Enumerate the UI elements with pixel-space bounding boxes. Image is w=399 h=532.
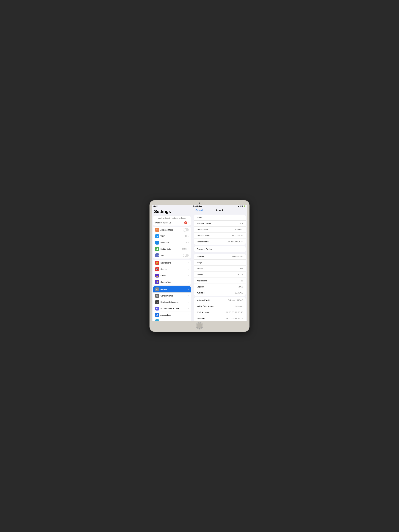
apple-id-section[interactable]: Apple ID, iCloud+, Media & Purchases iPa… <box>153 216 191 226</box>
modelnumber-value: MH172HC/A <box>232 234 243 237</box>
sidebar-item-notifications[interactable]: 🔔 Notifications › <box>153 260 191 266</box>
videos-row: Videos 364 <box>194 266 246 272</box>
apps-label: Applications <box>197 280 207 282</box>
bluetooth-info-value: 90:8D:6C:2F:EB:61 <box>226 317 243 319</box>
modelnumber-row: Model Number MH172HC/A <box>194 233 246 239</box>
capacity-row: Capacity 64 GB <box>194 284 246 290</box>
sounds-label: Sounds <box>160 268 188 270</box>
battery-percent: 43% <box>240 205 243 207</box>
accessibility-label: Accessibility <box>160 314 188 316</box>
photos-row: Photos 15.091 <box>194 272 246 278</box>
main-content: Settings Apple ID, iCloud+, Media & Purc… <box>152 207 247 321</box>
status-date: Thu 19. Sep <box>193 205 202 207</box>
wifiaddress-row: Wi-Fi Address 90:8D:6C:2F:EC:16 <box>194 309 246 315</box>
sidebar-item-mobiledata[interactable]: Mobile Data No SIM › <box>153 246 191 252</box>
homescreen-label: Home Screen & Dock <box>160 308 188 310</box>
network-row: Network Not Available <box>194 253 246 260</box>
ipad-frame: 12:35 Thu 19. Sep ▲ 43% 🔋 Settings Apple… <box>150 200 249 332</box>
airplane-label: Airplane Mode <box>160 229 183 231</box>
sidebar-item-focus[interactable]: 🌙 Focus › <box>153 272 191 279</box>
videos-value: 364 <box>240 268 243 270</box>
notifications-label: Notifications <box>160 262 188 264</box>
display-icon: AA <box>155 300 159 304</box>
backup-text: iPad Not Backed Up <box>155 222 171 224</box>
airplane-toggle[interactable] <box>183 228 189 231</box>
section-group-3: ⚙ General › ◉ Control Centre › AA Displa… <box>153 286 191 321</box>
photos-label: Photos <box>197 274 203 276</box>
sidebar-item-wallpaper[interactable]: ❋ Wallpaper › <box>153 318 191 321</box>
back-label: General <box>196 209 203 211</box>
songs-value: 0 <box>242 262 243 264</box>
software-row: Software Version 15.8 <box>194 221 246 227</box>
sidebar-item-sounds[interactable]: 🔊 Sounds › <box>153 266 191 272</box>
vpn-icon: VPN <box>155 253 159 257</box>
right-panel: ‹ General About Name › Software Version … <box>192 207 247 321</box>
focus-label: Focus <box>160 274 188 277</box>
vpn-label: VPN <box>160 254 183 256</box>
accessibility-chevron: › <box>188 314 189 316</box>
name-row[interactable]: Name › <box>194 215 246 221</box>
sidebar-item-display[interactable]: AA Display & Brightness › <box>153 299 191 305</box>
general-label: General <box>160 288 188 291</box>
coverage-chevron: › <box>243 248 243 250</box>
sidebar-item-vpn[interactable]: VPN VPN <box>153 252 191 259</box>
mobiledata-value: No SIM <box>181 248 187 250</box>
wallpaper-chevron: › <box>188 320 189 322</box>
wifi-value: KL <box>185 235 187 237</box>
serial-value: DMPNTEQ0G5YN <box>227 241 243 243</box>
back-chevron-icon: ‹ <box>195 209 196 211</box>
networkprovider-row: Network Provider Telekom HU 50.0 <box>194 297 246 303</box>
wallpaper-icon: ❋ <box>155 319 159 321</box>
sidebar-item-screentime[interactable]: ⏳ Screen Time › <box>153 279 191 285</box>
sidebar-item-accessibility[interactable]: ♿ Accessibility › <box>153 312 191 318</box>
coverage-row[interactable]: Coverage Expired › <box>194 246 246 252</box>
general-icon: ⚙ <box>155 287 159 291</box>
homescreen-chevron: › <box>188 308 189 310</box>
sidebar-item-wifi[interactable]: Wi-Fi KL › <box>153 233 191 239</box>
wifiaddress-label: Wi-Fi Address <box>197 311 209 313</box>
focus-icon: 🌙 <box>155 274 159 278</box>
capacity-value: 64 GB <box>238 286 243 288</box>
screen: 12:35 Thu 19. Sep ▲ 43% 🔋 Settings Apple… <box>152 205 247 321</box>
about-section-1: Name › Software Version 15.8 Model Name … <box>194 215 246 245</box>
about-section-2: Coverage Expired › <box>194 246 246 252</box>
mobiledatanumber-value: Unknown <box>235 305 243 307</box>
modelname-value: iPad Air 2 <box>235 228 243 231</box>
available-value: 39,46 GB <box>235 292 243 294</box>
songs-row: Songs 0 <box>194 260 246 266</box>
bluetooth-label: Bluetooth <box>160 241 185 244</box>
status-bar: 12:35 Thu 19. Sep ▲ 43% 🔋 <box>152 205 247 207</box>
controlcentre-chevron: › <box>188 295 189 297</box>
vpn-toggle[interactable] <box>183 254 189 257</box>
section-group-1: ✈ Airplane Mode Wi-Fi KL › <box>153 227 191 259</box>
sidebar-item-airplane[interactable]: ✈ Airplane Mode <box>153 227 191 233</box>
mobiledata-chevron: › <box>188 248 189 250</box>
wifiaddress-value: 90:8D:6C:2F:EC:16 <box>226 311 243 313</box>
about-section-4: Network Provider Telekom HU 50.0 Mobile … <box>194 297 246 321</box>
available-label: Available <box>197 292 204 294</box>
sidebar-item-bluetooth[interactable]: ᛒ Bluetooth On › <box>153 239 191 246</box>
capacity-label: Capacity <box>197 286 204 288</box>
sidebar-item-controlcentre[interactable]: ◉ Control Centre › <box>153 293 191 299</box>
wifi-setting-icon <box>155 234 159 238</box>
apps-row: Applications 35 <box>194 278 246 284</box>
backup-badge: 1 <box>184 221 187 224</box>
sidebar-item-homescreen[interactable]: ⊞ Home Screen & Dock › <box>153 305 191 312</box>
modelname-row: Model Name iPad Air 2 <box>194 227 246 233</box>
camera <box>199 203 200 204</box>
bluetooth-info-label: Bluetooth <box>197 317 205 319</box>
left-panel: Settings Apple ID, iCloud+, Media & Purc… <box>152 207 192 321</box>
apps-value: 35 <box>241 280 243 282</box>
sidebar-item-general[interactable]: ⚙ General › <box>153 286 191 293</box>
focus-chevron: › <box>188 274 189 277</box>
wifi-chevron: › <box>188 235 189 237</box>
general-chevron: › <box>188 288 189 290</box>
section-group-2: 🔔 Notifications › 🔊 Sounds › 🌙 Focus › <box>153 260 191 285</box>
back-button[interactable]: ‹ General <box>195 209 203 211</box>
right-header: ‹ General About <box>192 207 247 213</box>
display-chevron: › <box>188 301 189 303</box>
controlcentre-icon: ◉ <box>155 294 159 298</box>
home-button[interactable] <box>196 322 203 329</box>
notifications-icon: 🔔 <box>155 261 159 265</box>
apple-id-backup[interactable]: iPad Not Backed Up 1 › <box>155 220 189 224</box>
